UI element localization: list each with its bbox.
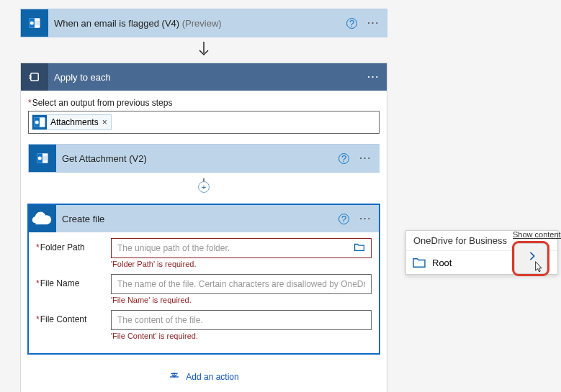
- get-attachment-card[interactable]: Get Attachment (V2) ? ···: [28, 144, 380, 173]
- add-action-icon: [169, 371, 180, 383]
- apply-to-each-scope[interactable]: Apply to each ··· *Select an output from…: [20, 63, 387, 392]
- get-attachment-header: Get Attachment (V2) ? ···: [29, 145, 379, 172]
- svg-point-11: [38, 157, 42, 160]
- file-content-input[interactable]: [111, 310, 372, 330]
- file-name-error: 'File Name' is required.: [111, 296, 372, 304]
- loop-icon: [21, 63, 48, 91]
- add-step-icon[interactable]: +: [198, 181, 210, 193]
- outlook-icon: [29, 145, 56, 172]
- cursor-icon: [531, 260, 544, 275]
- file-content-label: *File Content: [36, 310, 111, 324]
- output-label: *Select an output from previous steps: [28, 98, 380, 108]
- attachments-token[interactable]: Attachments ×: [32, 114, 112, 130]
- create-file-header: Create file ? ···: [29, 205, 379, 232]
- folder-path-input[interactable]: [111, 238, 372, 258]
- folder-path-error: 'Folder Path' is required.: [111, 260, 372, 268]
- arrow-down-icon: [20, 37, 387, 63]
- more-icon[interactable]: ···: [359, 156, 372, 160]
- folder-picker-icon[interactable]: [354, 242, 365, 254]
- expand-folder-button[interactable]: [512, 241, 549, 276]
- remove-token-icon[interactable]: ×: [101, 117, 111, 127]
- more-icon[interactable]: ···: [359, 216, 372, 221]
- show-contents-tooltip: Show contents: [513, 230, 561, 239]
- scope-header: Apply to each ···: [21, 63, 387, 91]
- help-icon[interactable]: ?: [338, 153, 349, 164]
- insert-step-arrow: +: [28, 178, 380, 194]
- outlook-icon: [21, 9, 48, 37]
- file-content-error: 'File Content' is required.: [111, 332, 372, 340]
- svg-point-2: [30, 22, 34, 25]
- add-action-button[interactable]: Add an action: [169, 371, 238, 383]
- get-attachment-title: Get Attachment (V2): [56, 153, 338, 164]
- trigger-header: When an email is flagged (V4) (Preview) …: [21, 9, 387, 37]
- svg-rect-5: [31, 73, 39, 81]
- help-icon[interactable]: ?: [346, 18, 357, 29]
- trigger-title: When an email is flagged (V4) (Preview): [48, 18, 346, 29]
- outlook-icon: [32, 115, 47, 129]
- folder-icon: [412, 257, 426, 268]
- help-icon[interactable]: ?: [338, 214, 349, 224]
- svg-point-8: [35, 121, 39, 124]
- svg-rect-12: [43, 156, 48, 161]
- create-file-title: Create file: [56, 214, 338, 224]
- folder-path-label: *Folder Path: [36, 238, 111, 252]
- chevron-right-icon: [529, 251, 536, 261]
- more-icon[interactable]: ···: [367, 75, 380, 79]
- file-name-input[interactable]: [111, 274, 372, 294]
- more-icon[interactable]: ···: [367, 21, 380, 25]
- output-tokenbox[interactable]: Attachments ×: [28, 111, 380, 134]
- file-name-label: *File Name: [36, 274, 111, 288]
- trigger-card[interactable]: When an email is flagged (V4) (Preview) …: [20, 9, 387, 37]
- scope-title: Apply to each: [48, 72, 367, 83]
- create-file-card[interactable]: Create file ? ··· *Folder Path: [28, 204, 380, 354]
- onedrive-icon: [29, 205, 56, 232]
- svg-rect-3: [35, 21, 40, 26]
